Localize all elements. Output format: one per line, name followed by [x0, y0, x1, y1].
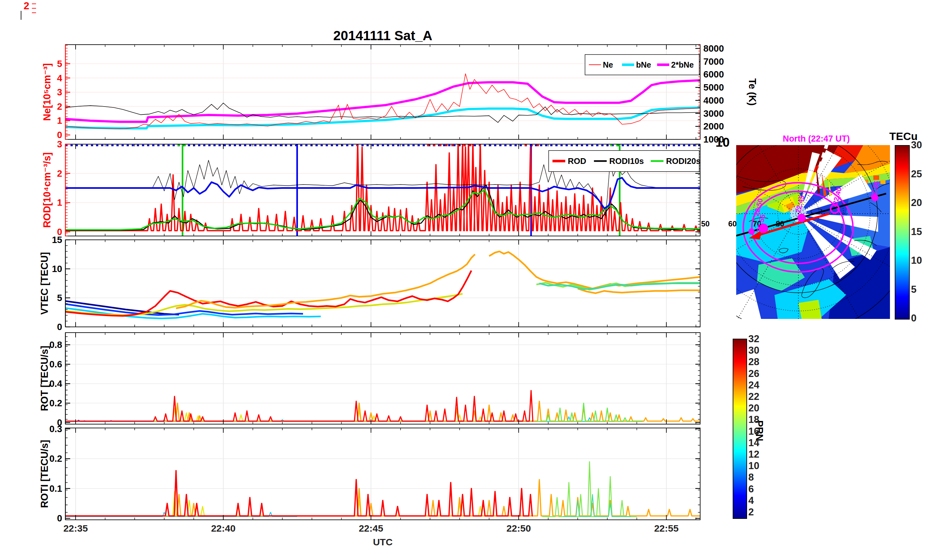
- prn-tick: 24: [748, 380, 759, 391]
- prn-tick: 22: [748, 391, 759, 403]
- map-title: North (22:47 UT): [775, 134, 858, 144]
- ytick-roti: 0.2: [50, 454, 62, 464]
- ytick-vtec: 10: [52, 264, 62, 274]
- ytick-rot: 0.8: [50, 340, 62, 350]
- prn-tick: 14: [748, 437, 759, 449]
- prn-colorbar: [733, 339, 747, 519]
- legend-ne_te: NebNe2*bNe: [585, 54, 699, 75]
- prn-tick: 30: [748, 345, 759, 356]
- legend-item-ROD: ROD: [568, 156, 586, 166]
- prn-tick: 4: [748, 495, 754, 506]
- series-roti-lightgreen: [542, 462, 637, 517]
- xtick-label: 22:40: [211, 523, 236, 534]
- tecu-colorbar: [895, 145, 910, 319]
- xtick-label: 22:45: [359, 523, 383, 534]
- map-lat-label: 60: [728, 219, 737, 229]
- ytick-right-ne_te: 3000: [704, 108, 724, 119]
- series-2*bNe: [65, 80, 700, 122]
- ytick-right-ne_te: 4000: [704, 95, 724, 106]
- panel-rod: 0123ROD[10⁴cm⁻³/s]RODRODI10sRODI20s: [41, 139, 701, 237]
- tecu-tick: 30: [911, 139, 922, 151]
- panel-rot: 00.20.40.60.8ROT [TECU/s]: [39, 333, 700, 428]
- ytick-rot: 0.2: [50, 398, 62, 408]
- legend-item-2*bNe: 2*bNe: [671, 60, 694, 69]
- ylabel-roti: ROTI [TECU/s]: [39, 440, 50, 508]
- series-roti-orange: [164, 480, 700, 516]
- map-lat-label: 80: [776, 219, 784, 229]
- prn-tick: 2: [748, 506, 754, 518]
- stray-label-2: 2: [24, 0, 29, 12]
- series-roti-red: [65, 471, 533, 516]
- ytick-vtec: 5: [57, 293, 62, 303]
- ylabel-rot: ROT [TECU/s]: [39, 346, 50, 411]
- series-bNe: [65, 107, 700, 128]
- panel-roti: 00.10.20.3ROTI [TECU/s]: [39, 424, 700, 524]
- ytick-rod: 2: [57, 168, 62, 179]
- prn-tick: 10: [748, 460, 759, 472]
- prn-tick: 20: [748, 403, 759, 414]
- prn-tick: 26: [748, 368, 759, 380]
- ytick-ne_te: 0: [57, 130, 62, 140]
- series-rot-yellow: [65, 408, 504, 421]
- legend-item-RODI20s: RODI20s: [666, 156, 701, 166]
- tecu-tick: 0: [911, 313, 917, 324]
- ylabel-ne_te: Ne[10⁵cm⁻³]: [41, 63, 53, 121]
- legend-rod: RODRODI10sRODI20s: [549, 151, 701, 172]
- ytick-ne_te: 2: [57, 101, 62, 112]
- xtick-label: 22:55: [654, 523, 679, 534]
- ylabel-right-ne_te: Te (K): [747, 79, 758, 106]
- legend-item-bNe: bNe: [636, 60, 651, 69]
- series-rot-red: [65, 390, 533, 421]
- tecu-tick: 25: [911, 168, 922, 180]
- ytick-rot: 0.4: [50, 378, 62, 389]
- xtick-label: 22:35: [64, 523, 88, 534]
- ytick-right-ne_te: 8000: [704, 43, 724, 54]
- ytick-ne_te: 5: [57, 59, 62, 69]
- tecu-tick: 20: [911, 197, 922, 209]
- tecu-tick: 10: [911, 255, 922, 266]
- ytick-ne_te: 3: [57, 87, 62, 97]
- ytick-roti: 0: [57, 513, 62, 523]
- series-prn-orange-c: [578, 289, 700, 294]
- xtick-label: 22:50: [507, 523, 531, 534]
- figure: 20141111 Sat_A 0123451000200030004000500…: [0, 0, 926, 560]
- prn-tick: 12: [748, 449, 759, 460]
- prn-tick: 8: [748, 472, 754, 483]
- legend-item-RODI10s: RODI10s: [609, 156, 644, 166]
- legend-item-Ne: Ne: [603, 60, 613, 69]
- prn-tick: 6: [748, 483, 754, 495]
- ytick-rod: 3: [57, 139, 62, 149]
- ytick-right-ne_te: 7000: [704, 56, 724, 67]
- ytick-right-ne_te: 6000: [704, 69, 724, 79]
- ytick-roti: 0.3: [50, 424, 62, 434]
- series-roti-yellow: [65, 492, 495, 516]
- panel-ne_te: 01234510002000300040005000600070008000Te…: [41, 43, 758, 144]
- xlabel: UTC: [373, 537, 393, 547]
- ytick-ne_te: 4: [57, 73, 62, 83]
- map-lat-label: 50: [701, 219, 710, 229]
- ytick-rot: 0.6: [50, 359, 62, 369]
- track-dot-2245: [797, 214, 806, 222]
- ytick-vtec: 15: [52, 235, 62, 245]
- ytick-right-ne_te: 2000: [704, 121, 724, 132]
- panel-vtec: 051015VTEC [TECU]: [39, 235, 700, 332]
- ytick-roti: 0.1: [50, 483, 62, 494]
- ylabel-vtec: VTEC [TECU]: [39, 252, 50, 315]
- ylabel-rod: ROD[10⁴cm⁻³/s]: [41, 153, 53, 228]
- ytick-vtec: 0: [57, 322, 62, 332]
- prn-tick: 28: [748, 356, 759, 368]
- series-rot-orange: [164, 401, 700, 421]
- stray-label-10: 10: [716, 135, 730, 150]
- track-dot-2255: [748, 229, 755, 235]
- tecu-tick: 5: [911, 284, 917, 295]
- prn-tick: 16: [748, 426, 759, 437]
- prn-tick: 32: [748, 333, 759, 345]
- series-rot-green: [537, 403, 643, 421]
- tecu-tick: 15: [911, 226, 922, 238]
- ytick-right-ne_te: 5000: [704, 82, 724, 92]
- ytick-rod: 1: [57, 197, 62, 207]
- ytick-ne_te: 1: [57, 115, 62, 126]
- prn-tick: 18: [748, 414, 759, 425]
